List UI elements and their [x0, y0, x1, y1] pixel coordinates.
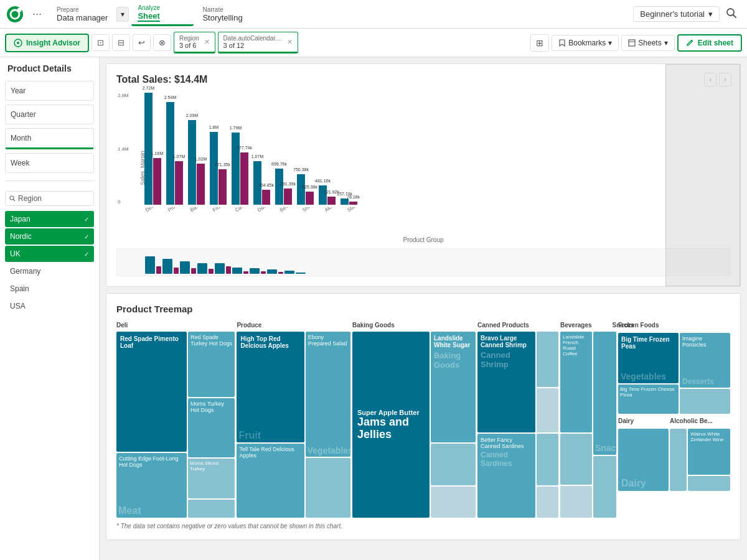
mini-chart-highlight — [665, 248, 730, 276]
treemap-canned-xs4[interactable] — [537, 487, 558, 518]
insight-advisor-button[interactable]: Insight Advisor — [5, 34, 89, 52]
sidebar-divider — [5, 180, 94, 181]
edit-sheet-button[interactable]: Edit sheet — [677, 34, 742, 52]
bar-frozen-teal[interactable]: 1.8M — [210, 132, 218, 205]
selection-back-button[interactable]: ⊡ — [92, 34, 110, 51]
treemap-canned-xs2[interactable] — [537, 388, 558, 432]
sidebar: Product Details Year Quarter Month Week … — [0, 57, 100, 560]
bar-snacks-maroon[interactable]: 325.38k — [306, 192, 314, 205]
svg-point-9 — [10, 196, 14, 200]
bar-baking-maroon[interactable]: 1.02M — [197, 164, 205, 205]
treemap-bravo-canned-shrimp[interactable]: Bravo Large Canned Shrimp Canned Shrimp — [477, 332, 535, 432]
bar-frozen-maroon[interactable]: 871.35k — [218, 169, 227, 205]
treemap-deli-xs[interactable] — [188, 500, 235, 518]
clear-button[interactable]: ⊗ — [153, 34, 171, 51]
region-item-germany[interactable]: Germany — [5, 263, 94, 279]
treemap-baking-xxs[interactable] — [431, 487, 476, 518]
treemap-snacks-cell[interactable]: Snacks — [593, 332, 616, 455]
treemap-canned-xs1[interactable] — [537, 332, 558, 387]
content-area: ‹ › Total Sales: $14.4M 2.8M 1.4M 0 Sale… — [100, 57, 747, 560]
region-item-uk[interactable]: UK ✓ — [5, 246, 94, 262]
filter-chip-region[interactable]: Region 3 of 6 ✕ — [174, 32, 215, 54]
region-item-spain[interactable]: Spain — [5, 281, 94, 297]
bar-baking-teal[interactable]: 2.09M — [188, 120, 196, 205]
treemap-ebony-salad[interactable]: Ebony Prepared Salad Vegetables — [306, 332, 350, 457]
bar-produce-teal[interactable]: 2.54M — [166, 102, 174, 205]
bar-alcoholic-teal[interactable]: 481.16k — [319, 185, 327, 205]
x-label-baking: Baking Go... — [189, 207, 207, 213]
bar-beverages-maroon[interactable]: 391.39k — [284, 189, 292, 205]
x-label-frozen: Frozen Fo... — [212, 207, 229, 213]
search-button[interactable] — [722, 4, 741, 25]
bar-deli-maroon[interactable]: 1.16M — [153, 158, 161, 205]
nav-narrate[interactable]: Narrate Storytelling — [196, 4, 258, 25]
treemap-dairy-xs[interactable] — [670, 429, 687, 491]
treemap-walrus-wine[interactable]: Walrus White Zinfandel Wine — [688, 429, 730, 475]
prepare-dropdown[interactable]: ▾ — [116, 7, 129, 22]
region-item-nordic[interactable]: Nordic ✓ — [5, 228, 94, 245]
treemap-section-right: Frozen Foods Big Time Frozen Peas Vegeta… — [618, 322, 730, 518]
mini-bar-4 — [197, 263, 207, 274]
mini-bar-m1 — [156, 266, 161, 274]
bar-snacks-teal[interactable]: 750.38k — [297, 174, 305, 205]
filter-region-close[interactable]: ✕ — [204, 38, 210, 46]
treemap-snacks-xs[interactable] — [593, 456, 616, 518]
region-item-japan[interactable]: Japan ✓ — [5, 211, 94, 227]
bar-alcoholic-maroon[interactable]: 121.92k — [327, 197, 336, 205]
bookmarks-button[interactable]: Bookmarks ▾ — [552, 35, 619, 51]
treemap-red-spade-hotdogs[interactable]: Red Spade Turkey Hot Dogs — [188, 332, 235, 397]
treemap-big-time-peas[interactable]: Big Time Frozen Peas Vegetables — [618, 333, 679, 383]
tutorial-selector[interactable]: Beginner's tutorial ▾ — [633, 6, 720, 22]
bar-beverages-teal[interactable]: 899.76k — [275, 169, 283, 205]
filter-week[interactable]: Week — [5, 153, 94, 173]
bar-starchy-maroon[interactable]: 78.18k — [349, 202, 357, 205]
qlik-logo[interactable] — [6, 6, 24, 23]
region-search[interactable]: Region — [5, 191, 94, 206]
treemap-fancy-sardines[interactable]: Better Fancy Canned Sardines Canned Sard… — [477, 434, 535, 518]
nav-prepare[interactable]: Prepare Data manager — [50, 4, 114, 25]
bar-dairy-maroon[interactable]: 364.85k — [262, 190, 270, 205]
treemap-produce-xs[interactable] — [306, 458, 350, 518]
grid-view-button[interactable]: ⊞ — [530, 34, 549, 52]
treemap-alcoholic-xs[interactable] — [688, 476, 730, 491]
treemap-section-baking: Baking Goods Super Apple Butter Jams and… — [352, 322, 476, 518]
filter-chip-date[interactable]: Date.autoCalendar.... 3 of 12 ✕ — [218, 32, 299, 54]
bar-canned-maroon[interactable]: 777.74k — [240, 152, 248, 205]
bar-deli-teal[interactable]: 2.72M — [144, 93, 153, 205]
treemap-section-canned: Canned Products Bravo Large Canned Shrim… — [477, 322, 558, 518]
bar-group-canned: 1.79M 777.74k — [232, 133, 248, 205]
filter-month[interactable]: Month — [5, 128, 94, 149]
x-label-deli: Deli — [144, 207, 162, 213]
lock-button[interactable]: ↩ — [133, 34, 151, 51]
mini-chart[interactable] — [116, 248, 730, 276]
treemap-super-apple-butter[interactable]: Super Apple Butter Jams and Jellies — [352, 332, 430, 518]
sheets-button[interactable]: Sheets ▾ — [621, 35, 674, 51]
treemap-tell-tale[interactable]: Tell Tale Red Delcious Apples — [237, 444, 304, 518]
treemap-moms-sliced[interactable]: Moms Sliced Turkey — [188, 459, 235, 498]
treemap-baking-xs[interactable] — [431, 444, 476, 485]
treemap-imagine-popsicles[interactable]: Imagine Ponsicles Desserts — [680, 333, 730, 388]
treemap-beverages-xxs[interactable] — [560, 486, 592, 518]
treemap-canned-xs3[interactable] — [537, 434, 558, 485]
treemap-dairy-cell[interactable]: Dairy — [618, 429, 669, 491]
filter-quarter[interactable]: Quarter — [5, 105, 94, 124]
filter-date-close[interactable]: ✕ — [287, 38, 293, 46]
bar-starchy-teal[interactable]: 157.74k — [341, 198, 349, 205]
bar-canned-teal[interactable]: 1.79M — [232, 133, 240, 205]
treemap-big-time-pizza[interactable]: Big Time Frozen Cheese Pizza — [618, 385, 679, 414]
treemap-high-top[interactable]: High Top Red Delcious Apples Fruit — [237, 332, 304, 442]
treemap-beverages-xs[interactable] — [560, 434, 592, 485]
treemap-moms-turkey[interactable]: Moms Turkey Hot Dogs — [188, 398, 235, 457]
region-item-usa[interactable]: USA — [5, 298, 94, 314]
treemap-landslide-sugar[interactable]: Landslide White Sugar Baking Goods — [431, 332, 476, 442]
filter-year[interactable]: Year — [5, 81, 94, 101]
treemap-red-spade-pimento[interactable]: Red Spade Pimento Loaf — [116, 332, 187, 452]
bar-produce-maroon[interactable]: 1.07M — [175, 161, 183, 205]
selection-forward-button[interactable]: ⊟ — [112, 34, 130, 51]
treemap-frozen-xs[interactable] — [680, 389, 730, 414]
treemap-cutting-edge[interactable]: Cutting Edge Foot-Long Hot Dogs Meat — [116, 453, 187, 518]
treemap-frozen-label: Frozen Foods — [618, 322, 659, 329]
nav-analyze[interactable]: Analyze Sheet — [131, 2, 194, 26]
treemap-landslide-coffee[interactable]: Landslide French Roast Coffee — [560, 332, 592, 432]
more-options[interactable]: ··· — [32, 7, 42, 21]
